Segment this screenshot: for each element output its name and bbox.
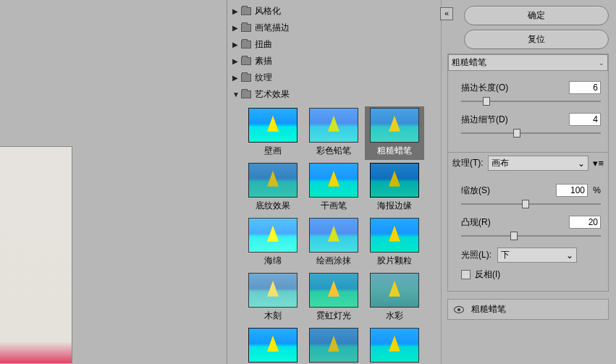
invert-checkbox[interactable] [461,270,471,279]
category-label: 纹理 [255,72,272,84]
filter-thumb[interactable]: 干画笔 [304,161,363,215]
thumb-label: 底纹效果 [256,200,290,212]
thumb-image [309,163,358,198]
ok-button[interactable]: 确定 [464,6,609,25]
thumb-label: 干画笔 [321,200,347,212]
invert-label: 反相(I) [475,268,500,281]
layer-row[interactable]: 粗糙蜡笔 [448,300,608,319]
thumb-label: 木刻 [264,310,282,322]
stroke-detail-slider[interactable] [461,127,601,139]
scale-slider[interactable] [461,198,601,210]
relief-slider[interactable] [461,230,601,242]
folder-icon [241,41,251,48]
triangle-right-icon [232,74,240,82]
chevron-down-icon: ⌄ [566,250,573,261]
light-select[interactable]: 下 ⌄ [497,247,577,263]
scale-label: 缩放(S) [461,185,490,197]
filter-thumb[interactable]: 粗糙蜡笔 [365,106,424,160]
thumb-image [370,218,419,253]
filter-thumb[interactable]: 调色刀 [304,326,363,364]
filter-thumb[interactable]: 底纹效果 [243,161,303,215]
preview-pane [0,0,228,364]
thumb-label: 绘画涂抹 [316,255,351,267]
folder-icon [241,90,251,98]
category-label: 风格化 [255,5,281,17]
category-row[interactable]: 艺术效果 [228,86,441,103]
folder-icon [241,7,251,15]
filter-thumb[interactable]: 塑料包装 [243,326,303,364]
thumb-label: 海绵 [264,255,282,267]
folder-icon [241,74,251,82]
filter-thumb[interactable]: 绘画涂抹 [304,216,363,270]
thumb-image [248,273,298,308]
relief-input[interactable] [569,216,601,229]
thumb-label: 壁画 [264,145,282,157]
filter-params-section: 粗糙蜡笔 ⌄ 描边长度(O) 描边细节(D) 纹理(T): 画布 ⌄ ▾≡ [447,54,609,292]
thumb-image [309,328,358,363]
folder-icon [241,24,251,32]
texture-select[interactable]: 画布 ⌄ [488,156,589,171]
light-label: 光照(L): [461,249,491,261]
filter-select[interactable]: 粗糙蜡笔 ⌄ [448,54,608,71]
thumb-image [309,218,358,253]
triangle-right-icon [232,41,240,48]
category-label: 画笔描边 [255,22,290,34]
category-row[interactable]: 风格化 [228,3,441,20]
filter-thumb[interactable]: 胶片颗粒 [365,216,424,270]
category-row[interactable]: 画笔描边 [228,20,441,36]
category-label: 素描 [255,55,272,67]
layer-name: 粗糙蜡笔 [471,303,506,316]
stroke-detail-input[interactable] [569,113,601,126]
thumb-image [370,163,419,198]
stroke-detail-label: 描边细节(D) [461,114,508,126]
filter-thumb[interactable]: 海报边缘 [365,161,424,215]
stroke-length-slider[interactable] [461,96,601,107]
thumb-label: 彩色铅笔 [316,145,351,157]
filter-thumb[interactable]: 水彩 [365,271,424,325]
filter-select-value: 粗糙蜡笔 [452,56,486,69]
thumb-image [248,328,298,363]
stroke-length-label: 描边长度(O) [461,82,508,94]
scale-unit: % [593,185,601,195]
reset-button[interactable]: 复位 [464,30,609,49]
thumb-image [309,108,358,143]
thumb-label: 水彩 [386,310,403,322]
filter-thumb[interactable]: 木刻 [243,271,303,325]
filter-thumb[interactable]: 彩色铅笔 [304,106,363,160]
scale-input[interactable] [556,184,588,197]
stroke-length-input[interactable] [569,81,601,94]
filter-thumb[interactable]: 涂抹棒 [365,326,424,364]
thumb-image [370,108,419,143]
chevron-down-icon: ⌄ [578,158,585,169]
thumb-label: 胶片颗粒 [377,255,412,267]
triangle-down-icon [232,90,240,98]
category-row[interactable]: 素描 [228,53,441,69]
chevron-down-icon: ⌄ [599,59,604,67]
thumb-image [248,163,298,198]
category-label: 扭曲 [255,38,272,51]
collapse-icon[interactable]: « [440,7,453,20]
thumbnail-grid: 壁画彩色铅笔粗糙蜡笔底纹效果干画笔海报边缘海绵绘画涂抹胶片颗粒木刻霓虹灯光水彩塑… [228,103,441,364]
filter-categories-panel: 风格化画笔描边扭曲素描纹理艺术效果 壁画彩色铅笔粗糙蜡笔底纹效果干画笔海报边缘海… [228,0,442,364]
layers-section: 粗糙蜡笔 [447,299,609,320]
thumb-image [309,273,358,308]
folder-icon [241,57,251,65]
filter-thumb[interactable]: 壁画 [243,106,303,160]
preview-image [0,146,72,363]
relief-label: 凸现(R) [461,216,491,229]
thumb-image [248,218,298,253]
settings-panel: « 确定 复位 粗糙蜡笔 ⌄ 描边长度(O) 描边细节(D) 纹理(T): 画布… [442,0,616,364]
thumb-label: 海报边缘 [377,200,412,212]
category-row[interactable]: 扭曲 [228,36,441,53]
thumb-image [248,108,298,143]
triangle-right-icon [232,57,240,65]
visibility-icon[interactable] [454,306,464,313]
category-label: 艺术效果 [255,88,290,101]
menu-icon[interactable]: ▾≡ [593,158,604,169]
filter-thumb[interactable]: 海绵 [243,216,303,270]
category-row[interactable]: 纹理 [228,69,441,86]
filter-thumb[interactable]: 霓虹灯光 [304,271,363,325]
thumb-label: 霓虹灯光 [316,310,351,322]
thumb-image [370,328,419,363]
triangle-right-icon [232,24,240,32]
